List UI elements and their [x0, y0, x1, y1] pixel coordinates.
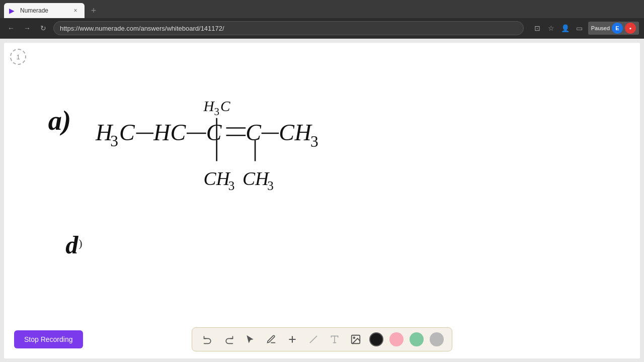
ext-e-icon[interactable]: E [612, 23, 623, 34]
svg-text:3: 3 [267, 179, 274, 193]
svg-text:C: C [171, 120, 187, 145]
svg-text:): ) [78, 237, 82, 249]
svg-text:C: C [246, 120, 262, 145]
svg-text:C: C [220, 98, 230, 114]
tab-close-button[interactable]: × [71, 7, 79, 15]
svg-text:C: C [243, 168, 256, 189]
profile-icon[interactable]: 👤 [560, 23, 571, 34]
back-button[interactable]: ← [5, 22, 17, 34]
svg-text:C: C [204, 168, 217, 189]
svg-line-32 [310, 336, 316, 342]
active-tab[interactable]: ▶ Numerade × [4, 3, 85, 18]
refresh-button[interactable]: ↻ [37, 22, 49, 34]
formula-canvas: .handwritten { font-family: 'Segoe UI', … [4, 43, 640, 358]
toolbar [192, 327, 452, 351]
svg-text:H: H [203, 98, 215, 114]
svg-text:3: 3 [228, 179, 235, 193]
color-black-swatch[interactable] [369, 332, 383, 346]
paused-label: Paused [591, 25, 610, 31]
main-content: 1 .handwritten { font-family: 'Segoe UI'… [0, 39, 644, 362]
svg-text:3: 3 [214, 106, 219, 118]
redo-button[interactable] [221, 332, 236, 347]
tab-favicon: ▶ [9, 7, 17, 15]
undo-button[interactable] [200, 332, 215, 347]
browser-chrome: ▶ Numerade × + ← → ↻ https://www.numerad… [0, 0, 644, 39]
svg-text:3: 3 [310, 133, 318, 150]
paused-badge: Paused E ● [588, 22, 639, 35]
svg-text:C: C [206, 120, 222, 145]
stop-recording-button[interactable]: Stop Recording [14, 330, 83, 348]
text-tool-button[interactable] [327, 332, 342, 347]
pen-tool-button[interactable] [264, 332, 279, 347]
select-tool-button[interactable] [243, 332, 258, 347]
url-text: https://www.numerade.com/answers/whitebo… [60, 25, 224, 32]
ext-red-icon[interactable]: ● [625, 23, 636, 34]
extension-icon-1[interactable]: ⊡ [532, 23, 543, 34]
new-tab-button[interactable]: + [87, 4, 101, 18]
svg-text:C: C [119, 120, 135, 145]
color-green-swatch[interactable] [410, 332, 424, 346]
cast-icon[interactable]: ▭ [574, 23, 585, 34]
svg-text:H: H [153, 120, 172, 145]
color-gray-swatch[interactable] [430, 332, 444, 346]
forward-button[interactable]: → [21, 22, 33, 34]
svg-text:a): a) [48, 106, 71, 136]
address-bar: ← → ↻ https://www.numerade.com/answers/w… [0, 18, 644, 38]
svg-text:C: C [279, 120, 295, 145]
tab-bar: ▶ Numerade × + [0, 0, 644, 18]
add-shape-button[interactable] [285, 332, 300, 347]
eraser-button[interactable] [306, 332, 321, 347]
bookmark-icon[interactable]: ☆ [546, 23, 557, 34]
image-button[interactable] [348, 332, 363, 347]
url-bar[interactable]: https://www.numerade.com/answers/whitebo… [53, 21, 524, 35]
browser-actions: ⊡ ☆ 👤 ▭ Paused E ● [532, 22, 639, 35]
svg-text:3: 3 [110, 132, 118, 150]
svg-text:d: d [65, 231, 78, 259]
svg-point-36 [353, 337, 355, 338]
tab-title: Numerade [20, 7, 68, 14]
whiteboard-area[interactable]: 1 .handwritten { font-family: 'Segoe UI'… [4, 43, 640, 358]
color-pink-swatch[interactable] [389, 332, 404, 346]
